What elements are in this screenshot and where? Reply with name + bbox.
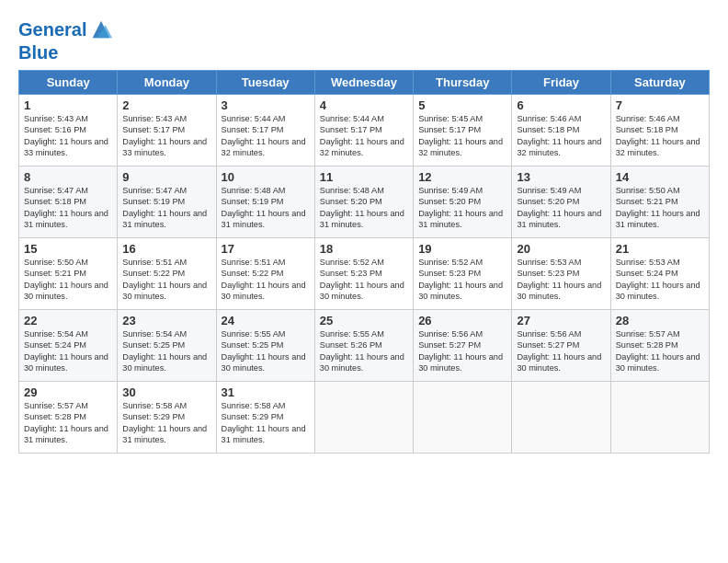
day-number: 14 (616, 170, 704, 184)
day-number: 3 (222, 98, 310, 112)
cell-content: Sunrise: 5:55 AMSunset: 5:26 PMDaylight:… (320, 328, 408, 374)
weekday-header-wednesday: Wednesday (314, 71, 413, 95)
cell-content: Sunrise: 5:58 AMSunset: 5:29 PMDaylight:… (122, 400, 210, 446)
calendar-cell: 11Sunrise: 5:48 AMSunset: 5:20 PMDayligh… (314, 167, 413, 238)
day-number: 15 (24, 242, 112, 256)
cell-content: Sunrise: 5:47 AMSunset: 5:19 PMDaylight:… (122, 185, 210, 231)
weekday-header-monday: Monday (118, 71, 216, 95)
cell-content: Sunrise: 5:49 AMSunset: 5:20 PMDaylight:… (517, 185, 605, 231)
cell-content: Sunrise: 5:43 AMSunset: 5:17 PMDaylight:… (122, 113, 210, 159)
cell-content: Sunrise: 5:51 AMSunset: 5:22 PMDaylight:… (222, 257, 310, 303)
cell-content: Sunrise: 5:56 AMSunset: 5:27 PMDaylight:… (517, 328, 605, 374)
calendar-cell: 16Sunrise: 5:51 AMSunset: 5:22 PMDayligh… (118, 238, 216, 310)
logo-blue: Blue (18, 42, 114, 63)
calendar-cell: 6Sunrise: 5:46 AMSunset: 5:18 PMDaylight… (512, 95, 610, 167)
cell-content: Sunrise: 5:53 AMSunset: 5:24 PMDaylight:… (616, 257, 704, 303)
calendar-cell: 1Sunrise: 5:43 AMSunset: 5:16 PMDaylight… (19, 95, 118, 167)
cell-content: Sunrise: 5:44 AMSunset: 5:17 PMDaylight:… (320, 113, 408, 159)
day-number: 19 (418, 242, 506, 256)
logo-text: General (18, 19, 86, 40)
weekday-header-saturday: Saturday (610, 71, 709, 95)
day-number: 4 (320, 98, 408, 112)
cell-content: Sunrise: 5:50 AMSunset: 5:21 PMDaylight:… (616, 185, 704, 231)
calendar-table: SundayMondayTuesdayWednesdayThursdayFrid… (18, 70, 710, 454)
cell-content: Sunrise: 5:43 AMSunset: 5:16 PMDaylight:… (24, 113, 112, 159)
calendar-cell: 17Sunrise: 5:51 AMSunset: 5:22 PMDayligh… (216, 238, 314, 310)
day-number: 31 (222, 385, 310, 399)
weekday-header-friday: Friday (512, 71, 610, 95)
day-number: 16 (122, 242, 210, 256)
calendar-cell: 8Sunrise: 5:47 AMSunset: 5:18 PMDaylight… (19, 167, 118, 238)
calendar-cell: 22Sunrise: 5:54 AMSunset: 5:24 PMDayligh… (19, 310, 118, 382)
cell-content: Sunrise: 5:52 AMSunset: 5:23 PMDaylight:… (418, 257, 506, 303)
cell-content: Sunrise: 5:47 AMSunset: 5:18 PMDaylight:… (24, 185, 112, 231)
calendar-cell: 13Sunrise: 5:49 AMSunset: 5:20 PMDayligh… (512, 167, 610, 238)
weekday-header-tuesday: Tuesday (216, 71, 314, 95)
day-number: 6 (517, 98, 605, 112)
day-number: 10 (222, 170, 310, 184)
calendar-cell: 30Sunrise: 5:58 AMSunset: 5:29 PMDayligh… (118, 382, 216, 454)
calendar-cell: 24Sunrise: 5:55 AMSunset: 5:25 PMDayligh… (216, 310, 314, 382)
header: General Blue (18, 17, 710, 63)
calendar-cell: 9Sunrise: 5:47 AMSunset: 5:19 PMDaylight… (118, 167, 216, 238)
calendar-cell: 27Sunrise: 5:56 AMSunset: 5:27 PMDayligh… (512, 310, 610, 382)
cell-content: Sunrise: 5:52 AMSunset: 5:23 PMDaylight:… (320, 257, 408, 303)
day-number: 13 (517, 170, 605, 184)
day-number: 30 (122, 385, 210, 399)
calendar-cell: 12Sunrise: 5:49 AMSunset: 5:20 PMDayligh… (414, 167, 512, 238)
calendar-cell (314, 382, 413, 454)
weekday-header-row: SundayMondayTuesdayWednesdayThursdayFrid… (19, 71, 710, 95)
weekday-header-thursday: Thursday (414, 71, 512, 95)
calendar-week-row: 22Sunrise: 5:54 AMSunset: 5:24 PMDayligh… (19, 310, 710, 382)
day-number: 24 (222, 314, 310, 327)
calendar-cell: 14Sunrise: 5:50 AMSunset: 5:21 PMDayligh… (610, 167, 709, 238)
day-number: 20 (517, 242, 605, 256)
day-number: 5 (418, 98, 506, 112)
day-number: 28 (616, 314, 704, 327)
calendar-cell: 23Sunrise: 5:54 AMSunset: 5:25 PMDayligh… (118, 310, 216, 382)
calendar-cell (414, 382, 512, 454)
calendar-cell: 28Sunrise: 5:57 AMSunset: 5:28 PMDayligh… (610, 310, 709, 382)
cell-content: Sunrise: 5:49 AMSunset: 5:20 PMDaylight:… (418, 185, 506, 231)
day-number: 23 (122, 314, 210, 327)
cell-content: Sunrise: 5:53 AMSunset: 5:23 PMDaylight:… (517, 257, 605, 303)
calendar-cell: 5Sunrise: 5:45 AMSunset: 5:17 PMDaylight… (414, 95, 512, 167)
calendar-cell: 25Sunrise: 5:55 AMSunset: 5:26 PMDayligh… (314, 310, 413, 382)
day-number: 7 (616, 98, 704, 112)
day-number: 9 (122, 170, 210, 184)
cell-content: Sunrise: 5:58 AMSunset: 5:29 PMDaylight:… (222, 400, 310, 446)
cell-content: Sunrise: 5:54 AMSunset: 5:24 PMDaylight:… (24, 328, 112, 374)
calendar-cell: 26Sunrise: 5:56 AMSunset: 5:27 PMDayligh… (414, 310, 512, 382)
cell-content: Sunrise: 5:44 AMSunset: 5:17 PMDaylight:… (222, 113, 310, 159)
cell-content: Sunrise: 5:51 AMSunset: 5:22 PMDaylight:… (122, 257, 210, 303)
cell-content: Sunrise: 5:48 AMSunset: 5:20 PMDaylight:… (320, 185, 408, 231)
calendar-cell: 7Sunrise: 5:46 AMSunset: 5:18 PMDaylight… (610, 95, 709, 167)
day-number: 11 (320, 170, 408, 184)
calendar-cell: 29Sunrise: 5:57 AMSunset: 5:28 PMDayligh… (19, 382, 118, 454)
logo-icon (88, 17, 114, 42)
calendar-week-row: 8Sunrise: 5:47 AMSunset: 5:18 PMDaylight… (19, 167, 710, 238)
calendar-cell: 19Sunrise: 5:52 AMSunset: 5:23 PMDayligh… (414, 238, 512, 310)
cell-content: Sunrise: 5:54 AMSunset: 5:25 PMDaylight:… (122, 328, 210, 374)
cell-content: Sunrise: 5:55 AMSunset: 5:25 PMDaylight:… (222, 328, 310, 374)
day-number: 22 (24, 314, 112, 327)
day-number: 1 (24, 98, 112, 112)
day-number: 17 (222, 242, 310, 256)
day-number: 2 (122, 98, 210, 112)
logo: General Blue (18, 17, 114, 63)
day-number: 21 (616, 242, 704, 256)
calendar-cell (512, 382, 610, 454)
calendar-week-row: 29Sunrise: 5:57 AMSunset: 5:28 PMDayligh… (19, 382, 710, 454)
calendar-cell: 21Sunrise: 5:53 AMSunset: 5:24 PMDayligh… (610, 238, 709, 310)
cell-content: Sunrise: 5:57 AMSunset: 5:28 PMDaylight:… (24, 400, 112, 446)
day-number: 27 (517, 314, 605, 327)
cell-content: Sunrise: 5:45 AMSunset: 5:17 PMDaylight:… (418, 113, 506, 159)
calendar-cell: 18Sunrise: 5:52 AMSunset: 5:23 PMDayligh… (314, 238, 413, 310)
calendar-cell: 15Sunrise: 5:50 AMSunset: 5:21 PMDayligh… (19, 238, 118, 310)
cell-content: Sunrise: 5:56 AMSunset: 5:27 PMDaylight:… (418, 328, 506, 374)
cell-content: Sunrise: 5:48 AMSunset: 5:19 PMDaylight:… (222, 185, 310, 231)
calendar-cell: 3Sunrise: 5:44 AMSunset: 5:17 PMDaylight… (216, 95, 314, 167)
cell-content: Sunrise: 5:50 AMSunset: 5:21 PMDaylight:… (24, 257, 112, 303)
page: General Blue SundayMondayTuesdayWednesda… (0, 0, 728, 463)
day-number: 26 (418, 314, 506, 327)
